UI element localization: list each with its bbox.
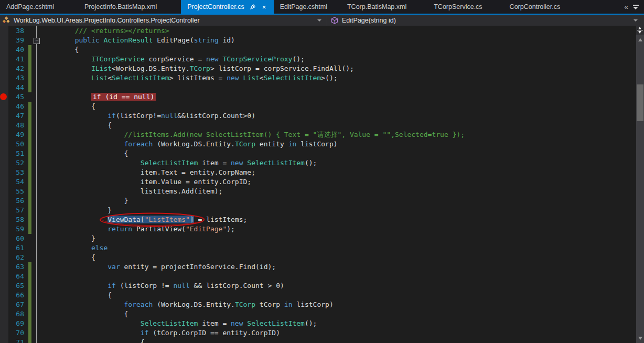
code-line-52[interactable]: 52 SelectListItem item = new SelectListI… [0,158,636,168]
scrollbar-thumb[interactable] [637,84,643,121]
code-text[interactable]: foreach (WorkLog.DS.Entity.TCorp tCorp i… [42,300,636,309]
code-line-39[interactable]: 39− public ActionResult EditPage(string … [0,36,636,45]
scroll-down-button[interactable] [636,334,644,342]
selected-text: ViewData[ [108,216,144,223]
code-line-61[interactable]: 61 else [0,243,636,253]
code-text[interactable]: if (tCorp.CorpID == entity.CorpID) [42,328,636,338]
tab-corpcontroller-cs[interactable]: CorpController.cs [496,0,574,14]
chevrons-left-icon[interactable]: « [624,3,628,11]
class-icon [2,16,10,25]
code-text[interactable] [42,83,636,92]
code-text[interactable] [42,272,636,281]
tab-projectinfo-batismap-xml[interactable]: ProjectInfo.BatisMap.xml [60,0,181,14]
code-line-58[interactable]: 58 ViewData["ListItems"] = listItems; [0,215,636,224]
code-text[interactable]: public ActionResult EditPage(string id) [42,36,636,45]
code-text[interactable]: ViewData["ListItems"] = listItems; [42,215,636,224]
code-line-59[interactable]: 59 return PartialView("EditPage"); [0,224,636,234]
tab-projectcontroller-cs[interactable]: ProjectController.cs× [181,0,273,14]
code-line-44[interactable]: 44 [0,83,636,92]
code-line-48[interactable]: 48 { [0,121,636,130]
code-text[interactable]: { [42,291,636,300]
chevron-down-icon[interactable] [634,19,638,22]
code-line-64[interactable]: 64 [0,272,636,281]
code-text[interactable]: IList<WorkLog.DS.Entity.TCorp> listCorp … [42,64,636,73]
code-text[interactable]: { [42,309,636,319]
code-line-63[interactable]: 63 var entity = projectInfoService.Find(… [0,262,636,272]
code-text[interactable]: { [42,102,636,111]
code-line-71[interactable]: 71 { [0,338,636,343]
code-text[interactable]: ITCorpService corpService = new TCorpSer… [42,55,636,64]
code-text[interactable]: } [42,234,636,243]
code-line-53[interactable]: 53 item.Text = entity.CorpName; [0,168,636,177]
code-line-47[interactable]: 47 if(listCorp!=null&&listCorp.Count>0) [0,111,636,121]
code-text[interactable]: else [42,243,636,253]
code-text[interactable]: } [42,206,636,215]
code-token [42,159,141,167]
class-dropdown[interactable]: WorkLog.Web.UI.Areas.ProjectInfo.Control… [0,15,327,26]
code-line-51[interactable]: 51 { [0,149,636,158]
tab-addpage-cshtml[interactable]: AddPage.cshtml [0,0,60,14]
code-line-43[interactable]: 43 List<SelectListItem> listItems = new … [0,73,636,83]
code-line-50[interactable]: 50 foreach (WorkLog.DS.Entity.TCorp enti… [0,140,636,149]
code-text[interactable]: { [42,121,636,130]
code-text[interactable]: if(listCorp!=null&&listCorp.Count>0) [42,111,636,121]
code-text[interactable]: listItems.Add(item); [42,187,636,196]
code-line-65[interactable]: 65 if (listCorp != null && listCorp.Coun… [0,281,636,291]
code-text[interactable]: SelectListItem item = new SelectListItem… [42,319,636,328]
code-text[interactable]: { [42,45,636,55]
code-line-56[interactable]: 56 } [0,196,636,206]
tab-list-icon[interactable] [633,5,639,9]
code-text[interactable]: /// <returns></returns> [42,26,636,36]
code-line-42[interactable]: 42 IList<WorkLog.DS.Entity.TCorp> listCo… [0,64,636,73]
close-icon[interactable]: × [260,3,269,11]
code-line-38[interactable]: 38 /// <returns></returns> [0,26,636,36]
tab-tcorpservice-cs[interactable]: TCorpService.cs [420,0,496,14]
code-text[interactable]: if (listCorp != null && listCorp.Count >… [42,281,636,291]
code-text[interactable]: foreach (WorkLog.DS.Entity.TCorp entity … [42,140,636,149]
code-line-41[interactable]: 41 ITCorpService corpService = new TCorp… [0,55,636,64]
code-text[interactable]: return PartialView("EditPage"); [42,224,636,234]
code-token: else [91,244,108,252]
member-dropdown[interactable]: EditPage(string id) [327,15,644,26]
vertical-scrollbar[interactable] [636,26,644,343]
code-editor[interactable]: 38 /// <returns></returns>39− public Act… [0,26,644,343]
code-text[interactable]: item.Value = entity.CorpID; [42,177,636,187]
code-line-69[interactable]: 69 SelectListItem item = new SelectListI… [0,319,636,328]
tab-editpage-cshtml[interactable]: EditPage.cshtml [274,0,334,14]
code-line-70[interactable]: 70 if (tCorp.CorpID == entity.CorpID) [0,328,636,338]
code-line-60[interactable]: 60 } [0,234,636,243]
code-token: string [194,36,219,44]
code-area[interactable]: 38 /// <returns></returns>39− public Act… [0,26,636,343]
chevron-down-icon[interactable] [317,19,321,22]
tab-tcorp-batismap-xml[interactable]: TCorp.BatisMap.xml [334,0,420,14]
code-token [42,244,91,252]
editor-splitter-handle[interactable] [636,26,644,35]
code-text[interactable]: //listItems.Add(new SelectListItem() { T… [42,130,636,140]
code-line-67[interactable]: 67 foreach (WorkLog.DS.Entity.TCorp tCor… [0,300,636,309]
code-text[interactable]: } [42,196,636,206]
code-line-45[interactable]: 45 if (id == null) [0,92,636,102]
code-text[interactable]: if (id == null) [42,92,636,102]
code-text[interactable]: { [42,253,636,262]
code-text[interactable]: { [42,338,636,343]
code-line-54[interactable]: 54 item.Value = entity.CorpID; [0,177,636,187]
code-line-57[interactable]: 57 } [0,206,636,215]
code-text[interactable]: var entity = projectInfoService.Find(id)… [42,262,636,272]
code-line-46[interactable]: 46 { [0,102,636,111]
code-line-49[interactable]: 49 //listItems.Add(new SelectListItem() … [0,130,636,140]
code-text[interactable]: { [42,149,636,158]
code-line-40[interactable]: 40 { [0,45,636,55]
breakpoint-icon[interactable] [0,93,7,100]
code-text[interactable]: SelectListItem item = new SelectListItem… [42,158,636,168]
code-line-68[interactable]: 68 { [0,309,636,319]
code-line-55[interactable]: 55 listItems.Add(item); [0,187,636,196]
change-indicator [27,64,32,73]
code-line-66[interactable]: 66 { [0,291,636,300]
code-text[interactable]: List<SelectListItem> listItems = new Lis… [42,73,636,83]
collapse-toggle-icon[interactable]: − [34,38,40,44]
code-line-62[interactable]: 62 { [0,253,636,262]
pin-icon[interactable] [249,3,257,11]
change-indicator [27,121,32,130]
scroll-up-button[interactable] [636,36,644,44]
code-text[interactable]: item.Text = entity.CorpName; [42,168,636,177]
